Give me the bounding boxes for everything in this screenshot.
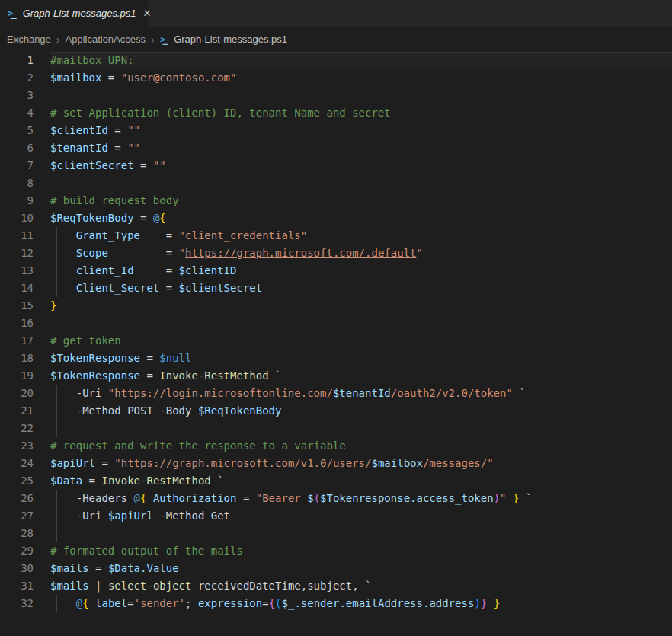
line-number[interactable]: 5 xyxy=(0,122,34,139)
code-line[interactable]: 16 xyxy=(0,315,672,332)
line-number[interactable]: 10 xyxy=(0,209,34,227)
code-text[interactable] xyxy=(50,525,672,542)
code-line[interactable]: 8 xyxy=(0,174,672,192)
code-line[interactable]: 23# request and write the response to a … xyxy=(0,437,672,455)
breadcrumb-item-applicationaccess[interactable]: ApplicationAccess xyxy=(66,34,146,45)
line-number[interactable]: 22 xyxy=(0,420,34,437)
line-number[interactable]: 25 xyxy=(0,472,34,490)
code-text[interactable]: $TokenResponse = Invoke-RestMethod ` xyxy=(50,367,672,385)
code-line[interactable]: 19$TokenResponse = Invoke-RestMethod ` xyxy=(0,367,672,385)
code-text[interactable]: #mailbox UPN: xyxy=(50,52,672,69)
code-line[interactable]: 9# build request body xyxy=(0,192,672,209)
code-text[interactable]: client_Id = $clientID xyxy=(50,262,672,280)
line-number[interactable]: 21 xyxy=(0,402,34,420)
line-number[interactable]: 23 xyxy=(0,437,34,455)
line-number[interactable]: 16 xyxy=(0,315,34,332)
line-number[interactable]: 29 xyxy=(0,542,34,560)
line-number[interactable]: 8 xyxy=(0,174,34,192)
code-text[interactable]: @{ label='sender'; expression={($_.sende… xyxy=(50,595,672,612)
code-text[interactable]: -Headers @{ Authorization = "Bearer $($T… xyxy=(50,490,672,507)
code-line[interactable]: 18$TokenResponse = $null xyxy=(0,350,672,367)
line-number[interactable]: 28 xyxy=(0,525,34,542)
code-line[interactable]: 20 -Uri "https://login.microsoftonline.c… xyxy=(0,385,672,402)
code-line[interactable]: 14 Client_Secret = $clientSecret xyxy=(0,280,672,297)
line-number[interactable]: 12 xyxy=(0,244,34,262)
code-line[interactable]: 3 xyxy=(0,87,672,104)
code-line[interactable]: 24$apiUrl = "https://graph.microsoft.com… xyxy=(0,455,672,472)
code-text[interactable]: Scope = "https://graph.microsoft.com/.de… xyxy=(50,244,672,262)
code-text[interactable]: # build request body xyxy=(50,192,672,209)
code-text[interactable]: $mails | select-object receivedDateTime,… xyxy=(50,577,672,595)
code-text[interactable]: $mails = $Data.Value xyxy=(50,560,672,577)
code-text[interactable] xyxy=(50,420,672,437)
code-text[interactable]: # formated output of the mails xyxy=(50,542,672,560)
code-text[interactable]: # get token xyxy=(50,332,672,350)
code-text[interactable]: # request and write the response to a va… xyxy=(50,437,672,455)
line-number[interactable]: 13 xyxy=(0,262,34,280)
code-line[interactable]: 2$mailbox = "user@contoso.com" xyxy=(0,69,672,87)
breadcrumb-item-file[interactable]: Graph-List-messages.ps1 xyxy=(174,34,287,45)
code-text[interactable]: $clientId = "" xyxy=(50,122,672,139)
line-number[interactable]: 15 xyxy=(0,297,34,315)
code-text[interactable] xyxy=(50,87,672,104)
line-number[interactable]: 20 xyxy=(0,385,34,402)
code-line[interactable]: 30$mails = $Data.Value xyxy=(0,560,672,577)
line-number[interactable]: 17 xyxy=(0,332,34,350)
line-number[interactable]: 14 xyxy=(0,280,34,297)
code-line[interactable]: 21 -Method POST -Body $ReqTokenBody xyxy=(0,402,672,420)
code-line[interactable]: 7$clientSecret = "" xyxy=(0,157,672,174)
line-number[interactable]: 19 xyxy=(0,367,34,385)
code-text[interactable]: -Uri "https://login.microsoftonline.com/… xyxy=(50,385,672,402)
code-line[interactable]: 1#mailbox UPN: xyxy=(0,52,672,69)
breadcrumb-item-exchange[interactable]: Exchange xyxy=(7,34,51,45)
code-text[interactable]: $TokenResponse = $null xyxy=(50,350,672,367)
line-number[interactable]: 4 xyxy=(0,104,34,122)
code-text[interactable]: $Data = Invoke-RestMethod ` xyxy=(50,472,672,490)
code-text[interactable]: -Uri $apiUrl -Method Get xyxy=(50,507,672,525)
line-number[interactable]: 32 xyxy=(0,595,34,612)
code-text[interactable]: $mailbox = "user@contoso.com" xyxy=(50,69,672,87)
line-number[interactable]: 6 xyxy=(0,139,34,157)
code-line[interactable]: 15} xyxy=(0,297,672,315)
close-icon[interactable]: ✕ xyxy=(142,7,153,20)
line-number[interactable]: 7 xyxy=(0,157,34,174)
code-line[interactable]: 17# get token xyxy=(0,332,672,350)
code-text[interactable]: } xyxy=(50,297,672,315)
editor[interactable]: 1#mailbox UPN:2$mailbox = "user@contoso.… xyxy=(0,52,672,612)
code-text[interactable]: # set Application (client) ID, tenant Na… xyxy=(50,104,672,122)
line-number[interactable]: 18 xyxy=(0,350,34,367)
code-line[interactable]: 27 -Uri $apiUrl -Method Get xyxy=(0,507,672,525)
code-line[interactable]: 4# set Application (client) ID, tenant N… xyxy=(0,104,672,122)
line-number[interactable]: 3 xyxy=(0,87,34,104)
code-line[interactable]: 13 client_Id = $clientID xyxy=(0,262,672,280)
code-line[interactable]: 26 -Headers @{ Authorization = "Bearer $… xyxy=(0,490,672,507)
code-line[interactable]: 6$tenantId = "" xyxy=(0,139,672,157)
line-number[interactable]: 11 xyxy=(0,227,34,244)
line-number[interactable]: 9 xyxy=(0,192,34,209)
line-number[interactable]: 24 xyxy=(0,455,34,472)
line-number[interactable]: 31 xyxy=(0,577,34,595)
code-text[interactable]: $apiUrl = "https://graph.microsoft.com/v… xyxy=(50,455,672,472)
code-line[interactable]: 25$Data = Invoke-RestMethod ` xyxy=(0,472,672,490)
code-text[interactable] xyxy=(50,174,672,192)
code-line[interactable]: 32 @{ label='sender'; expression={($_.se… xyxy=(0,595,672,612)
code-line[interactable]: 29# formated output of the mails xyxy=(0,542,672,560)
line-number[interactable]: 2 xyxy=(0,69,34,87)
code-line[interactable]: 12 Scope = "https://graph.microsoft.com/… xyxy=(0,244,672,262)
code-line[interactable]: 22 xyxy=(0,420,672,437)
code-line[interactable]: 11 Grant_Type = "client_credentials" xyxy=(0,227,672,244)
tab-graph-list-messages[interactable]: >_ Graph-List-messages.ps1 ✕ xyxy=(0,0,148,27)
code-text[interactable]: Client_Secret = $clientSecret xyxy=(50,280,672,297)
code-text[interactable]: Grant_Type = "client_credentials" xyxy=(50,227,672,244)
line-number[interactable]: 26 xyxy=(0,490,34,507)
line-number[interactable]: 27 xyxy=(0,507,34,525)
code-text[interactable]: $clientSecret = "" xyxy=(50,157,672,174)
code-text[interactable] xyxy=(50,315,672,332)
line-number[interactable]: 30 xyxy=(0,560,34,577)
line-number[interactable]: 1 xyxy=(0,52,34,69)
code-line[interactable]: 31$mails | select-object receivedDateTim… xyxy=(0,577,672,595)
code-text[interactable]: $tenantId = "" xyxy=(50,139,672,157)
code-text[interactable]: -Method POST -Body $ReqTokenBody xyxy=(50,402,672,420)
code-line[interactable]: 10$ReqTokenBody = @{ xyxy=(0,209,672,227)
code-line[interactable]: 28 xyxy=(0,525,672,542)
